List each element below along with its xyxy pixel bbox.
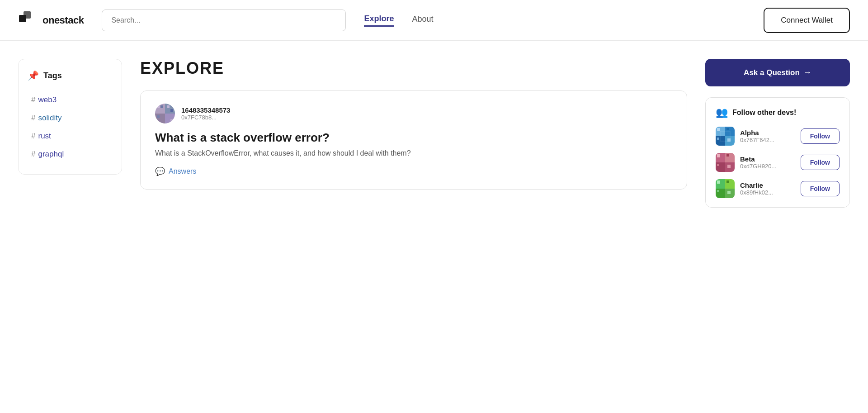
tags-sidebar: 📌 Tags # web3 # solidity # rust # graphq… <box>18 59 122 175</box>
svg-rect-1 <box>24 11 31 19</box>
dev-address-charlie: 0x89fHk02... <box>740 189 795 196</box>
svg-rect-28 <box>727 165 731 168</box>
svg-rect-27 <box>717 164 719 166</box>
dev-row-charlie: Charlie 0x89fHk02... Follow <box>716 179 840 198</box>
svg-rect-18 <box>717 138 719 140</box>
dev-name-charlie: Charlie <box>740 181 795 189</box>
dev-info-beta: Beta 0xd7GH920... <box>740 155 795 170</box>
sidebar-header: 📌 Tags <box>28 70 113 81</box>
svg-rect-6 <box>157 105 160 108</box>
dev-row-alpha: Alpha 0x767F642... Follow <box>716 127 840 146</box>
svg-rect-9 <box>170 109 173 112</box>
tag-hash: # <box>31 114 35 123</box>
tag-name-graphql: graphql <box>38 150 64 159</box>
content-area: EXPLORE <box>140 59 687 208</box>
svg-rect-8 <box>167 105 170 108</box>
svg-rect-34 <box>726 180 729 183</box>
svg-rect-10 <box>157 115 160 118</box>
dev-name-beta: Beta <box>740 155 795 163</box>
tag-hash: # <box>31 150 35 159</box>
svg-rect-7 <box>160 105 163 108</box>
tag-name-solidity: solidity <box>38 114 61 123</box>
devs-icon: 👥 <box>716 107 728 119</box>
dev-row-beta: Beta 0xd7GH920... Follow <box>716 153 840 172</box>
avatar-charlie <box>716 179 735 198</box>
logo-area: onestack <box>18 10 84 30</box>
connect-wallet-button[interactable]: Connect Wallet <box>764 8 850 33</box>
svg-rect-4 <box>155 114 165 123</box>
avatar-beta <box>716 153 735 172</box>
follow-devs-card: 👥 Follow other devs! <box>705 97 850 208</box>
svg-rect-26 <box>726 154 729 157</box>
page-title: EXPLORE <box>140 59 687 78</box>
question-description: What is a StackOverflowError, what cause… <box>155 149 672 157</box>
dev-name-alpha: Alpha <box>740 129 795 137</box>
svg-rect-16 <box>717 128 720 131</box>
question-meta: 1648335348573 0x7FC78b8... <box>155 104 672 123</box>
follow-button-charlie[interactable]: Follow <box>801 181 840 196</box>
arrow-icon: → <box>803 68 811 77</box>
svg-rect-36 <box>727 191 731 194</box>
follow-button-alpha[interactable]: Follow <box>801 128 840 144</box>
svg-rect-35 <box>717 190 719 192</box>
follow-devs-title: Follow other devs! <box>732 109 796 117</box>
tag-name-rust: rust <box>38 132 51 141</box>
question-title[interactable]: What is a stack overflow error? <box>155 131 672 145</box>
header: onestack Explore About Connect Wallet <box>0 0 868 41</box>
ask-question-button[interactable]: Ask a Question → <box>705 59 850 86</box>
right-sidebar: Ask a Question → 👥 Follow other devs! <box>705 59 850 208</box>
svg-rect-5 <box>165 114 175 123</box>
svg-rect-11 <box>170 119 173 122</box>
tag-item-web3[interactable]: # web3 <box>28 91 113 109</box>
chat-icon: 💬 <box>155 166 165 176</box>
tag-item-graphql[interactable]: # graphql <box>28 145 113 163</box>
logo-icon <box>18 10 38 30</box>
avatar-alpha <box>716 127 735 146</box>
pin-icon: 📌 <box>28 70 39 81</box>
answers-label: Answers <box>169 167 196 176</box>
follow-button-beta[interactable]: Follow <box>801 155 840 170</box>
nav-explore[interactable]: Explore <box>364 14 394 27</box>
user-info: 1648335348573 0x7FC78b8... <box>181 106 230 121</box>
sidebar-title: Tags <box>43 71 62 81</box>
main-layout: 📌 Tags # web3 # solidity # rust # graphq… <box>0 41 868 226</box>
tag-name-web3: web3 <box>38 95 57 104</box>
logo-text: onestack <box>42 14 84 26</box>
svg-rect-25 <box>717 154 720 157</box>
dev-info-charlie: Charlie 0x89fHk02... <box>740 181 795 196</box>
dev-info-alpha: Alpha 0x767F642... <box>740 129 795 143</box>
ask-question-label: Ask a Question <box>744 68 800 77</box>
user-id: 1648335348573 <box>181 106 230 114</box>
svg-rect-2 <box>155 104 165 114</box>
user-address: 0x7FC78b8... <box>181 114 230 121</box>
avatar <box>155 104 175 123</box>
answers-link[interactable]: 💬 Answers <box>155 166 672 176</box>
tag-hash: # <box>31 132 35 141</box>
question-card: 1648335348573 0x7FC78b8... What is a sta… <box>140 90 687 190</box>
svg-rect-33 <box>717 180 720 184</box>
svg-rect-3 <box>165 104 175 114</box>
dev-address-beta: 0xd7GH920... <box>740 163 795 170</box>
follow-devs-header: 👥 Follow other devs! <box>716 107 840 119</box>
tag-item-solidity[interactable]: # solidity <box>28 109 113 127</box>
nav-area: Explore About <box>364 14 433 27</box>
tag-item-rust[interactable]: # rust <box>28 127 113 145</box>
dev-address-alpha: 0x767F642... <box>740 137 795 143</box>
search-input[interactable] <box>102 9 346 31</box>
nav-about[interactable]: About <box>412 14 433 26</box>
svg-rect-17 <box>726 128 729 130</box>
tag-hash: # <box>31 95 35 104</box>
